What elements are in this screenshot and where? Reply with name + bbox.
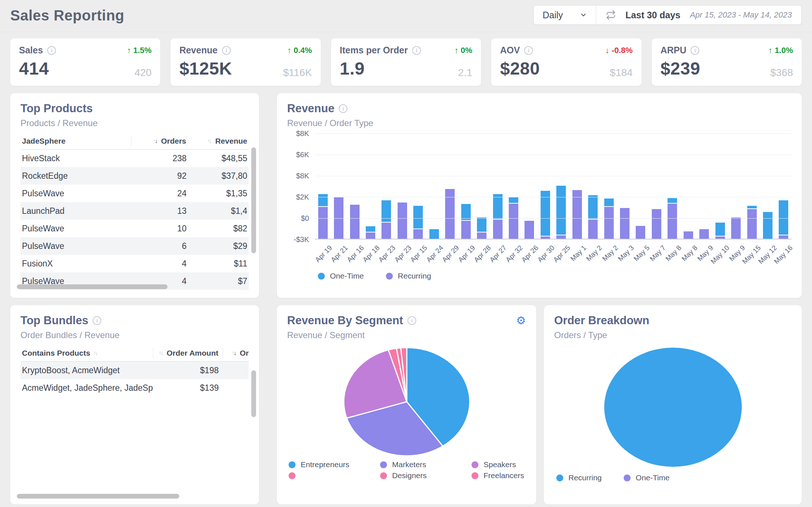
- bar-segment-one-time: [541, 191, 550, 237]
- legend-item[interactable]: Marketers: [380, 460, 471, 469]
- bar: [556, 186, 566, 239]
- bar-slot: [394, 133, 410, 239]
- sort-icons[interactable]: ↑↓: [153, 138, 157, 144]
- repeat-icon[interactable]: [606, 10, 616, 20]
- bar-segment-one-time: [429, 229, 439, 239]
- sort-icons[interactable]: ↑↓: [93, 350, 97, 356]
- sort-down-icon: ↓: [209, 138, 211, 144]
- bar-slot: [442, 133, 458, 239]
- horizontal-scrollbar-thumb[interactable]: [17, 494, 179, 499]
- table-row: PulseWave24$1,35: [20, 185, 249, 202]
- table-cell: AcmeWidget, JadeSphere, JadeSp…: [20, 383, 154, 393]
- kpi-card-top: Items per Orderi↑ 0%: [340, 45, 472, 56]
- segment-pie-chart: [342, 345, 472, 458]
- bar-segment-one-time: [318, 194, 328, 207]
- table-cell: $48,55: [187, 154, 249, 163]
- column-header[interactable]: JadeSphere: [20, 137, 131, 145]
- bar: [429, 229, 439, 239]
- info-icon[interactable]: i: [412, 46, 421, 55]
- info-icon[interactable]: i: [524, 46, 533, 55]
- legend-item[interactable]: Recurring: [386, 272, 431, 280]
- order-breakdown-pie-chart: [603, 346, 743, 468]
- bar-slot: [537, 133, 553, 239]
- vertical-scrollbar-thumb[interactable]: [251, 147, 256, 253]
- kpi-previous-value: 2.1: [458, 67, 472, 79]
- bar: [699, 229, 709, 239]
- bars-container: [315, 133, 792, 239]
- revenue-chart-card: Revenue i Revenue / Order Type $8K$6K$8K…: [277, 93, 802, 298]
- revenue-chart-subtitle: Revenue / Order Type: [287, 118, 792, 128]
- bar: [477, 217, 486, 239]
- legend-label: Freelancers: [484, 471, 524, 480]
- legend-dot: [318, 273, 325, 280]
- table-cell: 4: [132, 259, 187, 269]
- kpi-label: AOV: [500, 45, 520, 56]
- table-cell: $29: [187, 241, 249, 251]
- bar-segment-recurring: [541, 237, 550, 239]
- bar-slot: [712, 133, 728, 239]
- sort-icons[interactable]: ↑↓: [207, 138, 211, 144]
- column-header[interactable]: ↑↓Or: [223, 349, 249, 357]
- bar: [398, 203, 407, 239]
- column-header[interactable]: ↑↓Revenue: [187, 137, 249, 145]
- table-cell: 10: [132, 224, 187, 234]
- granularity-value: Daily: [542, 10, 563, 20]
- table-row: HiveStack238$48,55: [20, 150, 249, 167]
- legend-item[interactable]: Recurring: [556, 473, 602, 482]
- legend-item[interactable]: One-Time: [624, 473, 670, 482]
- bar-segment-recurring: [747, 209, 757, 239]
- chevron-down-icon: [580, 11, 587, 19]
- kpi-card: AOVi↓ -0.8%$280$184: [491, 38, 641, 86]
- bar-segment-recurring: [445, 189, 455, 239]
- top-bundles-table-body: KryptoBoost, AcmeWidget$198AcmeWidget, J…: [20, 362, 249, 397]
- legend-label: Speakers: [484, 460, 516, 469]
- bar-slot: [585, 133, 601, 239]
- kpi-delta: ↑ 0%: [454, 46, 472, 55]
- table-cell: PulseWave: [20, 224, 132, 234]
- legend-item[interactable]: [289, 471, 380, 480]
- info-icon[interactable]: i: [407, 316, 416, 325]
- sort-icons[interactable]: ↑↓: [232, 350, 235, 356]
- bar-segment-recurring: [493, 220, 503, 239]
- info-icon[interactable]: i: [222, 46, 231, 55]
- info-icon[interactable]: i: [339, 104, 347, 113]
- legend-item[interactable]: Entrepreneurs: [289, 460, 380, 469]
- info-icon[interactable]: i: [93, 316, 101, 325]
- table-cell: 6: [132, 241, 187, 251]
- kpi-delta: ↑ 1.0%: [768, 46, 793, 55]
- date-range-control[interactable]: Last 30 days Apr 15, 2023 - May 14, 2023: [596, 5, 801, 24]
- y-tick-label: -$3K: [294, 235, 309, 244]
- bar-segment-one-time: [779, 200, 788, 235]
- granularity-select[interactable]: Daily: [534, 5, 596, 24]
- table-cell: FusionX: [20, 259, 132, 269]
- column-header[interactable]: ↑↓Order Amount: [153, 349, 223, 357]
- bar-segment-recurring: [620, 208, 629, 239]
- bar: [413, 206, 423, 239]
- kpi-delta: ↑ 0.4%: [287, 46, 312, 55]
- bar: [763, 212, 772, 239]
- bar: [652, 209, 661, 239]
- sort-icons[interactable]: ↑↓: [158, 350, 162, 356]
- vertical-scrollbar-thumb[interactable]: [251, 370, 256, 417]
- bar-segment-one-time: [747, 206, 757, 209]
- legend-item[interactable]: One-Time: [318, 272, 364, 280]
- gear-icon[interactable]: ⚙: [516, 315, 526, 326]
- bar-segment-recurring: [715, 237, 725, 239]
- column-header[interactable]: ↑↓Orders: [131, 137, 186, 145]
- column-header[interactable]: Contains Products↑↓: [20, 349, 153, 357]
- info-icon[interactable]: i: [47, 46, 56, 55]
- legend-item[interactable]: Designers: [380, 471, 471, 480]
- horizontal-scrollbar-thumb[interactable]: [17, 284, 168, 289]
- bar: [604, 198, 614, 239]
- sales-reporting-dashboard: { "header": { "title": "Sales Reporting"…: [0, 0, 812, 507]
- kpi-value: 1.9: [340, 58, 365, 79]
- bar-segment-one-time: [493, 194, 503, 220]
- table-cell: PulseWave: [20, 241, 132, 251]
- bar-segment-recurring: [652, 209, 661, 239]
- legend-item[interactable]: Freelancers: [471, 471, 536, 480]
- legend-item[interactable]: Speakers: [471, 460, 536, 469]
- bar-segment-one-time: [477, 217, 486, 232]
- bar-segment-recurring: [556, 235, 566, 239]
- y-tick-label: $8K: [296, 172, 309, 180]
- info-icon[interactable]: i: [691, 46, 699, 55]
